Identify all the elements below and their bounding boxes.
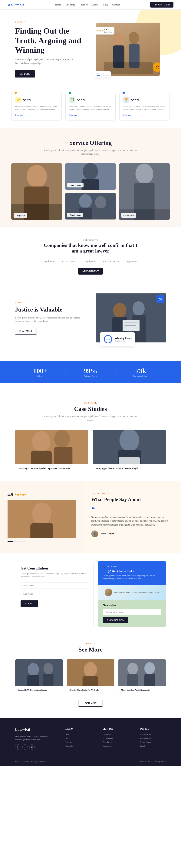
percent-sublabel: Regularly Keep bbox=[115, 340, 131, 342]
service-image-employment[interactable]: Employment bbox=[65, 193, 116, 219]
nav-home[interactable]: Home bbox=[55, 3, 61, 6]
svg-point-47 bbox=[43, 663, 53, 674]
hero-section: LEGALIO Finding Out the Truth, Arguing a… bbox=[0, 10, 181, 85]
stat-clients-number: 100+ bbox=[15, 367, 65, 375]
contact-avatar bbox=[104, 589, 112, 596]
footer-privacy[interactable]: Privacy Policy bbox=[154, 760, 166, 763]
footer-menu-home[interactable]: Home bbox=[65, 733, 91, 736]
quality-read-more-2[interactable]: Read More bbox=[69, 114, 78, 116]
footer-service-employment[interactable]: Employment bbox=[102, 737, 128, 739]
quality-read-more-3[interactable]: Read More bbox=[123, 114, 132, 116]
quality-card-1: ⭐ Quality Lorem ipsum dolor sit amet, co… bbox=[11, 93, 62, 121]
footer-service-data-privacy[interactable]: Data Privacy bbox=[102, 741, 128, 743]
contact-top: 📞 Call Us Now +1 (2345) 678-90-12 Lorem … bbox=[98, 561, 166, 585]
footer-copyright: © 2023 LawwKit. All rights reserved. bbox=[15, 760, 47, 763]
service-description: Lorem ipsum dolor sit amet, consectetur … bbox=[43, 149, 138, 156]
blog-image-2 bbox=[67, 659, 114, 686]
nav-blog[interactable]: Blog bbox=[103, 3, 108, 6]
nav-our-story[interactable]: Our Story bbox=[65, 3, 75, 6]
contact-map: Lorem ipsum dolor sit amet consectetur a… bbox=[98, 585, 166, 600]
quality-icon-3: 🏆 bbox=[123, 97, 129, 102]
service-title: Service Offering bbox=[11, 140, 170, 146]
contact-label: 📞 Call Us Now bbox=[103, 565, 161, 568]
footer-office-address2[interactable]: Address Line 2 bbox=[140, 737, 166, 739]
footer-office-title: OFFICE bbox=[140, 727, 166, 730]
svg-point-22 bbox=[113, 303, 126, 318]
case-card-1[interactable]: Working at the Investigation Department … bbox=[15, 430, 88, 473]
quality-card-3: 🏆 Quality Lorem ipsum dolor sit amet, co… bbox=[119, 93, 170, 121]
footer-menu-title: MENU bbox=[65, 727, 91, 730]
nav-links: Home Our Story Practice About Blog Conta… bbox=[55, 3, 120, 6]
load-more-button[interactable]: LOAD MORE bbox=[78, 700, 103, 707]
nav-appointment-button[interactable]: APPOINTMENT bbox=[150, 2, 174, 7]
newsletter-email-input[interactable] bbox=[103, 609, 161, 615]
percent-text: Winning Cases Regularly Keep bbox=[115, 337, 131, 342]
svg-rect-40 bbox=[119, 457, 140, 464]
nav-practice[interactable]: Practice bbox=[80, 3, 88, 6]
social-linkedin[interactable]: in bbox=[29, 744, 35, 750]
svg-rect-27 bbox=[124, 322, 138, 322]
consultation-submit-button[interactable]: SUBMIT bbox=[21, 600, 38, 607]
case-card-2[interactable]: Studying at the university to become a l… bbox=[93, 430, 166, 473]
hero-cta-button[interactable]: EXPLORE bbox=[15, 70, 35, 78]
percent-label: Winning Cases bbox=[115, 337, 131, 340]
svg-rect-36 bbox=[54, 447, 72, 464]
logo-3: logoipsum bbox=[85, 260, 96, 263]
svg-rect-28 bbox=[124, 323, 134, 324]
svg-point-50 bbox=[84, 662, 97, 677]
footer-terms[interactable]: Terms Of Use bbox=[139, 760, 150, 763]
service-image-data-privacy[interactable]: Data Privacy bbox=[65, 163, 116, 190]
author-name: Julian Gruber bbox=[100, 532, 114, 535]
quote-icon: ❝ bbox=[91, 506, 174, 513]
stat-documents-label: Document Library bbox=[116, 375, 166, 377]
hero-left-content: LEGALIO Finding Out the Truth, Arguing a… bbox=[15, 21, 90, 78]
last-name-input[interactable] bbox=[21, 591, 88, 597]
quality-title-3: Quality bbox=[131, 98, 139, 101]
footer-office-address1[interactable]: Address Line 1 bbox=[140, 733, 166, 736]
logo-5: logoipsum bbox=[126, 260, 137, 263]
blog-card-2[interactable]: It Is An Almost Life For Us Gallery bbox=[66, 659, 114, 694]
first-name-input[interactable] bbox=[21, 582, 88, 589]
quality-icon-2: 📋 bbox=[69, 97, 76, 102]
navigation: ⚖ LAWWKIT Home Our Story Practice About … bbox=[0, 0, 181, 10]
footer-office-col: OFFICE Address Line 1 Address Line 2 Pho… bbox=[140, 727, 166, 750]
blog-card-1[interactable]: Incapable Of Drawing An Image bbox=[15, 659, 63, 694]
testimonial-image bbox=[7, 500, 76, 538]
testimonial-right: TESTIMONIALS What People Say About ❝ "Lo… bbox=[84, 481, 181, 553]
footer-menu-contacts[interactable]: Contacts bbox=[65, 745, 91, 747]
social-facebook[interactable]: f bbox=[15, 744, 20, 750]
blog-cards-container: Incapable Of Drawing An Image It Is An A… bbox=[15, 659, 166, 694]
newsletter-subscribe-button[interactable]: SUBSCRIBE NOW bbox=[103, 617, 128, 623]
contact-phone: +1 (2345) 678-90-12 bbox=[103, 569, 161, 573]
contact-map-label: Lorem ipsum dolor sit amet consectetur a… bbox=[114, 591, 159, 593]
footer-menu-practice[interactable]: Practice bbox=[65, 741, 91, 743]
service-label-corporate: Corporate bbox=[13, 213, 27, 218]
card-dot-yellow bbox=[14, 92, 17, 94]
social-twitter[interactable]: t bbox=[22, 744, 28, 750]
quality-read-more-1[interactable]: Read More bbox=[15, 114, 24, 116]
cybercrime-image-placeholder bbox=[119, 163, 170, 220]
footer-office-email[interactable]: Email bbox=[140, 745, 166, 747]
footer-office-phone[interactable]: Phone Number bbox=[140, 741, 166, 743]
svg-point-53 bbox=[127, 663, 138, 675]
logos-appointment-button[interactable]: APPOINTMENT bbox=[78, 268, 103, 275]
logos-row: logoipsum LOGOIPSUM logoipsum CREDITPLUS… bbox=[11, 260, 170, 263]
nav-about[interactable]: About bbox=[92, 3, 98, 6]
justice-read-more-button[interactable]: READ MORE bbox=[15, 328, 37, 335]
svg-point-42 bbox=[32, 502, 52, 524]
case-content-2: Studying at the university to become a l… bbox=[93, 464, 166, 473]
consult-contact-section: Get Consultation Lorem ipsum dolor sit a… bbox=[0, 553, 181, 635]
service-image-cybercrime[interactable]: Cybercrime bbox=[119, 163, 170, 220]
testimonial-author: 👤 Julian Gruber bbox=[91, 530, 174, 537]
footer-service-cybercrime[interactable]: Cybercrime bbox=[102, 745, 128, 747]
footer-service-corporate[interactable]: Corporate bbox=[102, 733, 128, 736]
service-image-corporate[interactable]: Corporate bbox=[11, 163, 62, 220]
blog-content-2: It Is An Almost Life For Us Gallery bbox=[67, 686, 114, 694]
quality-icon-area-1: ⭐ Quality bbox=[15, 97, 58, 102]
blog-card-3[interactable]: Many Desktop Publishing Audio bbox=[118, 659, 166, 694]
svg-point-6 bbox=[27, 165, 47, 188]
footer-menu-about[interactable]: About bbox=[65, 737, 91, 739]
svg-rect-52 bbox=[118, 659, 166, 686]
nav-contact[interactable]: Contact bbox=[112, 3, 120, 6]
svg-point-33 bbox=[32, 431, 51, 452]
